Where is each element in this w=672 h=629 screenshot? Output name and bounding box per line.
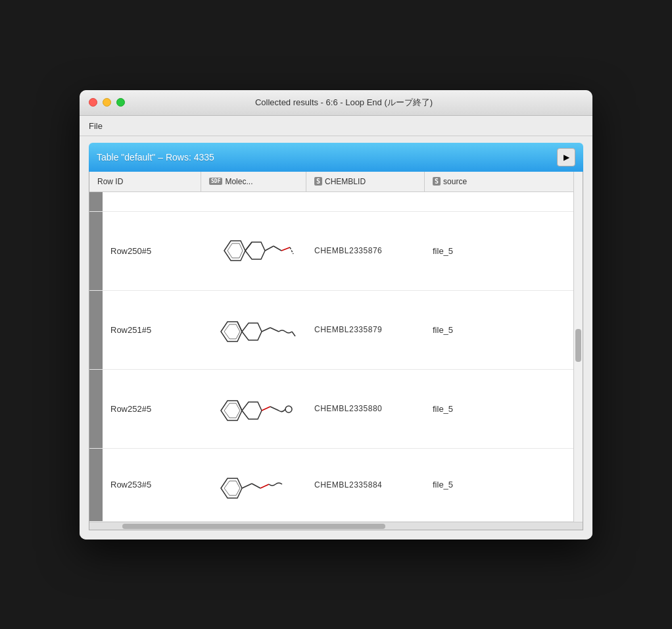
vertical-scrollbar[interactable] xyxy=(573,172,583,522)
column-headers: Row ID SDF Molec... S CHEMBLID S source xyxy=(89,172,583,192)
table-row: Row252#5 xyxy=(89,370,583,449)
svg-line-14 xyxy=(292,332,295,336)
chembl-id-cell: CHEMBL2335880 xyxy=(306,397,425,420)
svg-line-26 xyxy=(260,484,269,488)
svg-marker-16 xyxy=(224,403,240,418)
table-container: Row ID SDF Molec... S CHEMBLID S source xyxy=(89,172,583,530)
menu-bar: File xyxy=(80,116,592,136)
molecule-svg-2 xyxy=(211,379,297,438)
svg-line-19 xyxy=(262,407,270,411)
svg-marker-10 xyxy=(242,323,262,340)
str-icon-source: S xyxy=(433,177,441,186)
table-body[interactable]: Row250#5 xyxy=(89,192,583,522)
row-id-cell: Row252#5 xyxy=(103,397,201,420)
chembl-id-cell: CHEMBL2335876 xyxy=(306,239,425,262)
col-label-source: source xyxy=(443,177,467,186)
sdf-icon: SDF xyxy=(209,178,222,185)
table-row: Row253#5 CHEMBL2335884 xyxy=(89,449,583,522)
chembl-id-cell: CHEMBL2335879 xyxy=(306,318,425,341)
svg-line-4 xyxy=(265,246,274,251)
source-cell: file_5 xyxy=(425,473,583,496)
col-label-chemblid: CHEMBLID xyxy=(325,177,366,186)
row-id-cell: Row250#5 xyxy=(103,239,201,263)
content-area: Table "default" – Rows: 4335 ▶ Row ID SD… xyxy=(80,136,592,540)
col-label-molec: Molec... xyxy=(225,177,252,186)
row-handle xyxy=(89,370,103,448)
svg-marker-9 xyxy=(224,324,240,339)
svg-line-7 xyxy=(290,247,293,254)
svg-line-11 xyxy=(237,322,242,332)
svg-line-24 xyxy=(242,484,252,488)
chembl-id-cell: CHEMBL2335884 xyxy=(306,474,425,496)
col-header-source: S source xyxy=(425,172,583,191)
mol-cell xyxy=(201,293,306,366)
vertical-scrollbar-thumb[interactable] xyxy=(575,329,581,362)
molecule-svg-0 xyxy=(211,221,297,280)
col-header-chemblid: S CHEMBLID xyxy=(306,172,425,191)
col-header-molec: SDF Molec... xyxy=(201,172,306,191)
svg-line-3 xyxy=(245,242,252,251)
svg-line-25 xyxy=(252,484,260,488)
svg-line-13 xyxy=(270,328,279,332)
source-cell: file_5 xyxy=(425,239,583,263)
svg-line-20 xyxy=(270,407,279,411)
svg-marker-2 xyxy=(245,242,265,259)
source-cell: file_5 xyxy=(425,318,583,341)
svg-point-21 xyxy=(285,406,292,413)
molecule-svg-3 xyxy=(211,455,297,515)
play-button[interactable]: ▶ xyxy=(557,148,575,166)
table-row-empty xyxy=(89,192,583,212)
row-id-cell: Row253#5 xyxy=(103,473,201,496)
table-row: Row251#5 xyxy=(89,291,583,370)
file-menu[interactable]: File xyxy=(89,121,103,131)
mol-cell xyxy=(201,214,306,287)
main-window: Collected results - 6:6 - Loop End (ループ終… xyxy=(80,90,592,540)
svg-marker-1 xyxy=(228,243,243,258)
table-header-bar: Table "default" – Rows: 4335 ▶ xyxy=(89,143,583,172)
mol-cell xyxy=(201,372,306,445)
svg-line-18 xyxy=(237,401,242,411)
play-icon: ▶ xyxy=(564,153,569,162)
row-handle xyxy=(89,449,103,521)
table-row: Row250#5 xyxy=(89,212,583,291)
row-handle xyxy=(89,291,103,369)
molecule-svg-1 xyxy=(211,300,297,359)
svg-line-12 xyxy=(262,328,270,332)
table-title: Table "default" – Rows: 4335 xyxy=(97,152,214,163)
row-handle xyxy=(89,212,103,290)
horizontal-scrollbar[interactable] xyxy=(89,522,583,530)
col-label-row-id: Row ID xyxy=(97,177,123,186)
table-wrapper: Row ID SDF Molec... S CHEMBLID S source xyxy=(89,172,583,530)
source-cell: file_5 xyxy=(425,397,583,420)
svg-marker-17 xyxy=(242,402,262,419)
str-icon-chembl: S xyxy=(314,177,322,186)
window-title: Collected results - 6:6 - Loop End (ループ終… xyxy=(105,97,583,109)
svg-marker-23 xyxy=(224,481,240,495)
svg-line-5 xyxy=(274,246,281,251)
title-bar: Collected results - 6:6 - Loop End (ループ終… xyxy=(80,90,592,116)
mol-cell xyxy=(201,449,306,521)
col-header-row-id: Row ID xyxy=(89,172,201,191)
row-id-cell: Row251#5 xyxy=(103,318,201,341)
row-handle xyxy=(89,192,103,211)
close-button[interactable] xyxy=(89,98,97,107)
horizontal-scrollbar-thumb[interactable] xyxy=(122,524,385,529)
svg-line-6 xyxy=(281,247,290,251)
